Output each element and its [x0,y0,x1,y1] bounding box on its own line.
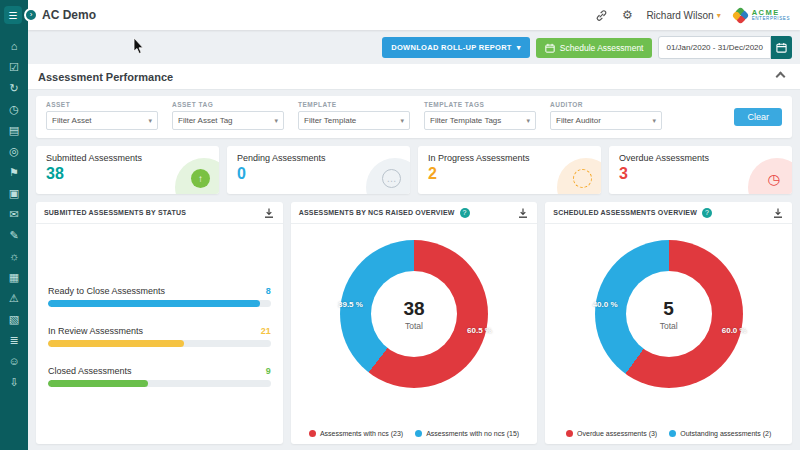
download-icon[interactable] [263,207,275,219]
sidebar-insights-icon[interactable]: ☼ [9,250,19,262]
stat-label: Submitted Assessments [46,153,209,163]
calendar-icon[interactable] [771,36,792,59]
donut-total: 5 [663,298,674,320]
legend: Overdue assessments (3) Outstanding asse… [545,430,792,437]
sidebar-assets-icon[interactable]: ▣ [9,187,19,199]
filter-template: TEMPLATE Filter Template▾ [298,101,410,130]
schedule-assessment-label: Schedule Assessment [560,43,644,53]
legend-label: Outstanding assessments (2) [680,430,771,437]
sidebar-templates-icon[interactable]: ▧ [9,313,19,325]
legend-item[interactable]: Assessments with no ncs (15) [415,430,519,437]
sidebar-home-icon[interactable]: ⌂ [11,40,18,52]
legend-dot [566,430,573,437]
pending-assessments-card: Pending Assessments 0 … [227,146,410,194]
overdue-assessments-card: Overdue Assessments 3 ◷ [609,146,792,194]
chevron-down-icon: ▾ [652,117,656,125]
legend-item[interactable]: Outstanding assessments (2) [669,430,771,437]
help-icon[interactable]: ? [460,208,470,218]
bar-value: 8 [266,286,271,296]
assessment-performance-section: Assessment Performance [28,64,800,90]
in-progress-assessments-card: In Progress Assessments 2 [418,146,601,194]
legend-item[interactable]: Assessments with ncs (23) [309,430,403,437]
stat-label: Overdue Assessments [619,153,782,163]
chevron-down-icon: ▾ [717,11,721,20]
asset-tag-filter-value: Filter Asset Tag [178,116,233,125]
sidebar-download-icon[interactable]: ⇩ [9,376,18,388]
chevron-down-icon: ▾ [400,117,404,125]
bar-label: Closed Assessments [48,366,132,376]
bar-track [48,380,271,387]
download-rollup-report-button[interactable]: DOWNLOAD ROLL-UP REPORT ▾ [382,37,530,58]
sidebar-edit-icon[interactable]: ✎ [9,229,18,241]
filter-label: AUDITOR [550,101,662,108]
sidebar-schedule-icon[interactable]: ◷ [9,103,19,115]
template-tags-filter-select[interactable]: Filter Template Tags▾ [424,111,536,130]
donut-total: 38 [403,298,424,320]
legend-item[interactable]: Overdue assessments (3) [566,430,657,437]
donut-total-label: Total [405,321,423,331]
percent-label: 60.5 % [467,326,492,335]
sidebar-mail-icon[interactable]: ✉ [9,208,18,220]
legend-dot [309,430,316,437]
panel-title: ASSESSMENTS BY NCS RAISED OVERVIEW [299,209,455,216]
asset-filter-value: Filter Asset [52,116,92,125]
sidebar-list-icon[interactable]: ≣ [9,334,18,346]
filter-label: TEMPLATE TAGS [424,101,536,108]
ellipsis-icon: … [382,169,401,188]
donut-center: 38 Total [371,271,457,357]
bar-label: Ready to Close Assessments [48,286,165,296]
download-icon[interactable] [772,207,784,219]
progress-circle-icon [573,169,592,188]
template-filter-select[interactable]: Filter Template▾ [298,111,410,130]
template-tags-filter-value: Filter Template Tags [430,116,501,125]
sidebar-grid-icon[interactable]: ▦ [9,271,19,283]
sidebar-alerts-icon[interactable]: ⚠ [9,292,19,304]
filter-asset: ASSET Filter Asset▾ [46,101,158,130]
download-icon[interactable] [517,207,529,219]
bar-row: Ready to Close Assessments 8 [48,286,271,307]
schedule-assessment-button[interactable]: Schedule Assessment [536,38,653,58]
app-menu-icon[interactable]: ☰ [4,6,22,24]
bar-fill [48,300,260,307]
settings-gear-icon[interactable]: ⚙ [620,8,634,22]
acme-pinwheel-icon [733,8,748,23]
submitted-by-status-panel: SUBMITTED ASSESSMENTS BY STATUS Ready to… [36,202,283,444]
link-icon[interactable] [594,8,608,22]
chevron-down-icon: ▾ [517,43,521,52]
collapse-section-icon[interactable] [776,72,786,82]
top-header: AC Demo ⚙ Richard Wilson ▾ ACME ENTERPRI… [28,0,800,30]
percent-label: 39.5 % [338,300,363,309]
help-icon[interactable]: ? [702,208,712,218]
sidebar-search-icon[interactable]: ◎ [9,145,19,157]
stat-cards: Submitted Assessments 38 ↑ Pending Asses… [36,146,792,194]
filter-label: ASSET TAG [172,101,284,108]
sidebar-users-icon[interactable]: ☺ [8,355,19,367]
filter-label: TEMPLATE [298,101,410,108]
template-filter-value: Filter Template [304,116,356,125]
sidebar-assessments-icon[interactable]: ☑ [9,61,19,73]
date-range-picker[interactable]: 01/Jan/2020 - 31/Dec/2020 [658,36,792,59]
sidebar-collapse-icon[interactable]: › [24,8,38,22]
donut-total-label: Total [660,321,678,331]
user-name: Richard Wilson [646,10,713,21]
sidebar-history-icon[interactable]: ↻ [9,82,18,94]
percent-label: 60.0 % [722,326,747,335]
bar-track [48,300,271,307]
clear-filters-button[interactable]: Clear [734,108,782,126]
charts-row: SUBMITTED ASSESSMENTS BY STATUS Ready to… [36,202,792,444]
bar-label: In Review Assessments [48,326,143,336]
legend-label: Assessments with no ncs (15) [426,430,519,437]
sidebar-location-icon[interactable]: ⚑ [9,166,19,178]
donut-center: 5 Total [626,271,712,357]
legend-label: Overdue assessments (3) [577,430,657,437]
filter-label: ASSET [46,101,158,108]
panel-title: SUBMITTED ASSESSMENTS BY STATUS [44,209,186,216]
section-title: Assessment Performance [38,71,173,83]
asset-tag-filter-select[interactable]: Filter Asset Tag▾ [172,111,284,130]
chevron-down-icon: ▾ [526,117,530,125]
user-menu[interactable]: Richard Wilson ▾ [646,10,720,21]
asset-filter-select[interactable]: Filter Asset▾ [46,111,158,130]
bar-row: Closed Assessments 9 [48,366,271,387]
sidebar-reports-icon[interactable]: ▤ [9,124,19,136]
auditor-filter-select[interactable]: Filter Auditor▾ [550,111,662,130]
